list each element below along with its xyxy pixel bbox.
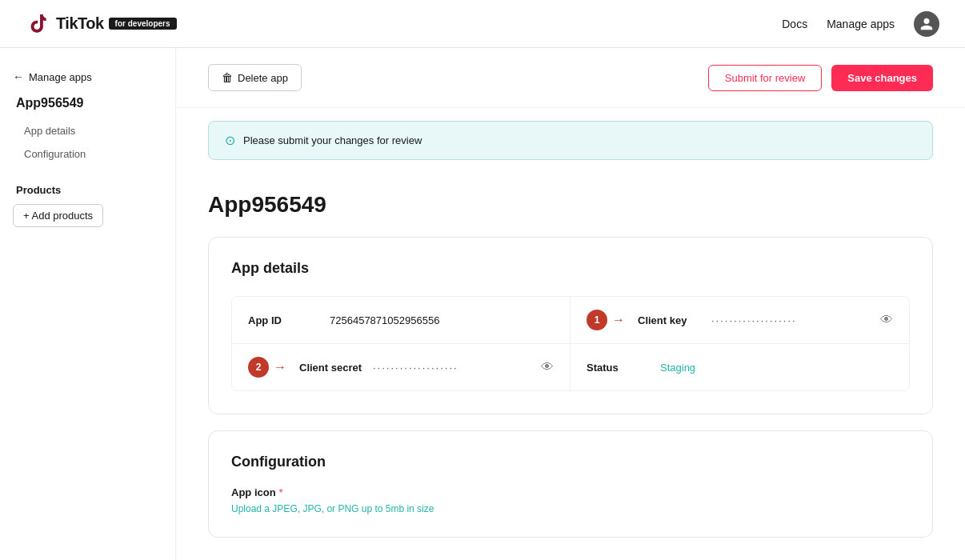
add-products-button[interactable]: + Add products xyxy=(13,204,103,227)
layout: ← Manage apps App956549 App details Conf… xyxy=(0,48,965,560)
back-to-manage-apps[interactable]: ← Manage apps xyxy=(13,70,162,83)
app-details-title: App details xyxy=(231,260,910,277)
header: TikTok for developers Docs Manage apps xyxy=(0,0,965,48)
sidebar-item-configuration[interactable]: Configuration xyxy=(13,143,162,165)
logo-area: TikTok for developers xyxy=(26,11,177,37)
main-content: 🗑 Delete app Submit for review Save chan… xyxy=(176,48,965,560)
trash-icon: 🗑 xyxy=(222,71,233,84)
toolbar: 🗑 Delete app Submit for review Save chan… xyxy=(176,48,965,108)
sidebar-item-app-details[interactable]: App details xyxy=(13,120,162,142)
app-icon-hint: Upload a JPEG, JPG, or PNG up to 5mb in … xyxy=(231,503,434,514)
content-area: App956549 App details App ID 72564578710… xyxy=(176,173,965,560)
for-developers-badge: for developers xyxy=(109,18,177,30)
app-id-label: App ID xyxy=(248,314,320,326)
app-icon-section: App icon * Upload a JPEG, JPG, or PNG up… xyxy=(231,486,910,514)
app-details-card: App details App ID 7256457871052956556 1… xyxy=(208,237,933,414)
alert-icon: ⊙ xyxy=(225,133,235,148)
step-1-badge: 1 xyxy=(587,310,607,330)
tiktok-icon xyxy=(26,11,51,37)
client-key-value: ··················· xyxy=(711,314,871,326)
app-icon-required: * xyxy=(279,486,283,498)
header-nav: Docs Manage apps xyxy=(782,11,939,37)
delete-app-button[interactable]: 🗑 Delete app xyxy=(208,64,302,91)
step-2-arrow-icon: → xyxy=(274,360,286,374)
client-secret-value: ··················· xyxy=(373,362,531,374)
alert-message: Please submit your changes for review xyxy=(243,134,422,146)
sidebar: ← Manage apps App956549 App details Conf… xyxy=(0,48,176,560)
configuration-title: Configuration xyxy=(231,454,910,470)
sidebar-app-name: App956549 xyxy=(13,96,162,110)
status-label: Status xyxy=(587,362,651,374)
step-2-badge: 2 xyxy=(248,357,269,378)
submit-for-review-button[interactable]: Submit for review xyxy=(708,65,822,91)
client-secret-toggle-icon[interactable]: 👁 xyxy=(541,360,554,374)
client-secret-label: Client secret xyxy=(299,362,363,374)
configuration-card: Configuration App icon * Upload a JPEG, … xyxy=(208,430,933,538)
sidebar-nav: App details Configuration xyxy=(13,120,162,165)
step-1-indicator: 1 → xyxy=(587,310,625,330)
client-key-label: Client key xyxy=(638,314,702,326)
app-id-value: 7256457871052956556 xyxy=(330,314,439,326)
avatar[interactable] xyxy=(914,11,939,37)
details-grid: App ID 7256457871052956556 1 → Client ke… xyxy=(231,296,910,391)
user-icon xyxy=(919,17,934,31)
logo-text: TikTok xyxy=(56,14,104,33)
manage-apps-link-header[interactable]: Manage apps xyxy=(827,18,895,30)
status-value: Staging xyxy=(660,362,695,374)
page-title: App956549 xyxy=(208,192,933,218)
alert-banner: ⊙ Please submit your changes for review xyxy=(208,121,933,160)
app-icon-label-row: App icon * xyxy=(231,486,910,498)
app-id-cell: App ID 7256457871052956556 xyxy=(232,297,571,344)
back-link-label: Manage apps xyxy=(29,71,92,83)
client-key-cell: 1 → Client key ··················· 👁 xyxy=(571,297,909,344)
delete-label: Delete app xyxy=(238,72,288,84)
toolbar-right: Submit for review Save changes xyxy=(708,65,933,91)
app-icon-label: App icon xyxy=(231,486,276,498)
save-changes-button[interactable]: Save changes xyxy=(831,65,933,91)
back-arrow-icon: ← xyxy=(13,70,24,83)
docs-link[interactable]: Docs xyxy=(782,18,807,30)
step-1-arrow-icon: → xyxy=(612,313,625,327)
status-cell: Status Staging xyxy=(571,344,909,390)
client-secret-cell: 2 → Client secret ··················· 👁 xyxy=(232,344,571,390)
client-key-toggle-icon[interactable]: 👁 xyxy=(880,313,893,327)
tiktok-logo[interactable]: TikTok for developers xyxy=(26,11,177,37)
step-2-indicator: 2 → xyxy=(248,357,286,378)
products-section-title: Products xyxy=(13,184,162,196)
